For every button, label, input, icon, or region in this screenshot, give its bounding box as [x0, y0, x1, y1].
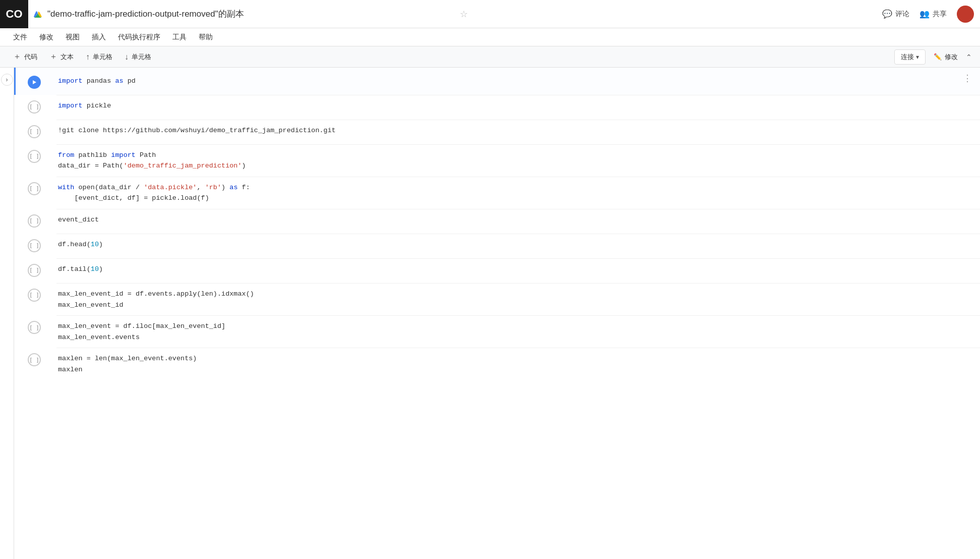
chevron-right-icon: ›: [6, 76, 8, 83]
run-cell-2-button[interactable]: [ ]: [28, 100, 41, 114]
cell-10-content[interactable]: max_len_event = df.iloc[max_len_event_id…: [58, 316, 968, 348]
code-cell-8[interactable]: [ ] df.tail(10): [14, 259, 980, 283]
menu-view[interactable]: 视图: [60, 31, 85, 44]
code-cell-1[interactable]: import pandas as pd ⋮: [14, 68, 980, 95]
comment-icon: 💬: [882, 9, 892, 19]
run-cell-8-button[interactable]: [ ]: [28, 264, 41, 277]
move-cell-down-button[interactable]: ↓ 单元格: [119, 50, 156, 64]
cell-2-content[interactable]: import pickle: [58, 95, 968, 117]
code-cell-2[interactable]: [ ] import pickle: [14, 95, 980, 120]
run-cell-1-button[interactable]: [28, 76, 41, 89]
arrow-up-icon: ↑: [86, 52, 90, 62]
chevron-down-icon: ▾: [916, 53, 919, 61]
cell-8-content[interactable]: df.tail(10): [58, 259, 968, 280]
avatar[interactable]: [957, 6, 974, 23]
share-icon: 👥: [920, 9, 930, 19]
star-icon[interactable]: ☆: [460, 9, 468, 20]
cell-gutter-3: [ ]: [28, 120, 58, 138]
cell-gutter-2: [ ]: [28, 95, 58, 114]
menu-file[interactable]: 文件: [8, 31, 32, 44]
menu-bar: 文件 修改 视图 插入 代码执行程序 工具 帮助: [0, 28, 980, 46]
cell-gutter-6: [ ]: [28, 209, 58, 228]
svg-marker-1: [33, 80, 36, 84]
code-cell-4[interactable]: [ ] from pathlib import Path data_dir = …: [14, 145, 980, 177]
menu-runtime[interactable]: 代码执行程序: [113, 31, 165, 44]
cell-11-content[interactable]: maxlen = len(max_len_event.events) maxle…: [58, 348, 968, 380]
drive-icon: [32, 9, 43, 20]
cell-9-content[interactable]: max_len_event_id = df.events.apply(len).…: [58, 284, 968, 315]
add-text-icon: ＋: [49, 51, 57, 62]
cell-gutter-8: [ ]: [28, 259, 58, 277]
top-bar-actions: 💬 评论 👥 共享: [882, 6, 974, 23]
main-layout: › import pandas as pd ⋮ [ ]: [0, 68, 980, 559]
edit-button[interactable]: ✏️ 修改: [928, 50, 964, 64]
cell-gutter-10: [ ]: [28, 316, 58, 334]
cell-7-content[interactable]: df.head(10): [58, 234, 968, 255]
run-cell-4-button[interactable]: [ ]: [28, 150, 41, 163]
arrow-down-icon: ↓: [125, 52, 129, 62]
run-cell-3-button[interactable]: [ ]: [28, 125, 41, 138]
code-cell-6[interactable]: [ ] event_dict: [14, 209, 980, 234]
code-cell-3[interactable]: [ ] !git clone https://github.com/wshuyi…: [14, 120, 980, 144]
code-cell-10[interactable]: [ ] max_len_event = df.iloc[max_len_even…: [14, 316, 980, 348]
document-title: "demo-traffic-jam-prediction-output-remo…: [47, 8, 454, 20]
top-bar: CO "demo-traffic-jam-prediction-output-r…: [0, 0, 980, 28]
colab-logo: CO: [0, 0, 28, 28]
cell-gutter-11: [ ]: [28, 348, 58, 366]
sidebar-toggle[interactable]: ›: [0, 68, 14, 559]
cell-4-content[interactable]: from pathlib import Path data_dir = Path…: [58, 145, 968, 177]
play-icon: [31, 79, 37, 85]
run-cell-9-button[interactable]: [ ]: [28, 289, 41, 302]
move-cell-up-button[interactable]: ↑ 单元格: [81, 50, 117, 64]
cell-gutter-7: [ ]: [28, 234, 58, 252]
code-cell-5[interactable]: [ ] with open(data_dir / 'data.pickle', …: [14, 177, 980, 209]
cell-more-options-1[interactable]: ⋮: [963, 73, 972, 84]
run-cell-5-button[interactable]: [ ]: [28, 182, 41, 195]
cell-1-content[interactable]: import pandas as pd: [58, 71, 968, 92]
cell-gutter-4: [ ]: [28, 145, 58, 163]
run-cell-6-button[interactable]: [ ]: [28, 214, 41, 228]
cell-5-content[interactable]: with open(data_dir / 'data.pickle', 'rb'…: [58, 177, 968, 209]
toolbar: ＋ 代码 ＋ 文本 ↑ 单元格 ↓ 单元格 连接 ▾ ✏️ 修改 ⌃: [0, 46, 980, 68]
code-cell-7[interactable]: [ ] df.head(10): [14, 234, 980, 258]
cell-gutter-5: [ ]: [28, 177, 58, 195]
code-cell-11[interactable]: [ ] maxlen = len(max_len_event.events) m…: [14, 348, 980, 380]
code-cell-9[interactable]: [ ] max_len_event_id = df.events.apply(l…: [14, 284, 980, 315]
share-button[interactable]: 👥 共享: [920, 9, 947, 19]
cell-3-content[interactable]: !git clone https://github.com/wshuyi/dem…: [58, 120, 968, 141]
notebook: import pandas as pd ⋮ [ ] import pickle …: [14, 68, 980, 559]
cell-6-content[interactable]: event_dict: [58, 209, 968, 231]
add-text-button[interactable]: ＋ 文本: [44, 49, 79, 65]
comment-button[interactable]: 💬 评论: [882, 9, 909, 19]
run-cell-7-button[interactable]: [ ]: [28, 239, 41, 252]
pencil-icon: ✏️: [934, 53, 942, 61]
menu-edit[interactable]: 修改: [34, 31, 58, 44]
menu-help[interactable]: 帮助: [194, 31, 218, 44]
menu-tools[interactable]: 工具: [167, 31, 192, 44]
cell-gutter-9: [ ]: [28, 284, 58, 302]
connect-button[interactable]: 连接 ▾: [894, 49, 926, 65]
menu-insert[interactable]: 插入: [87, 31, 111, 44]
toggle-sidebar-button[interactable]: ›: [1, 74, 13, 86]
run-cell-10-button[interactable]: [ ]: [28, 321, 41, 334]
collapse-toolbar-icon[interactable]: ⌃: [966, 53, 972, 61]
keyword: import: [58, 77, 83, 85]
add-code-icon: ＋: [13, 51, 21, 62]
cell-gutter-1: [28, 71, 58, 89]
add-code-button[interactable]: ＋ 代码: [8, 49, 42, 65]
run-cell-11-button[interactable]: [ ]: [28, 353, 41, 366]
